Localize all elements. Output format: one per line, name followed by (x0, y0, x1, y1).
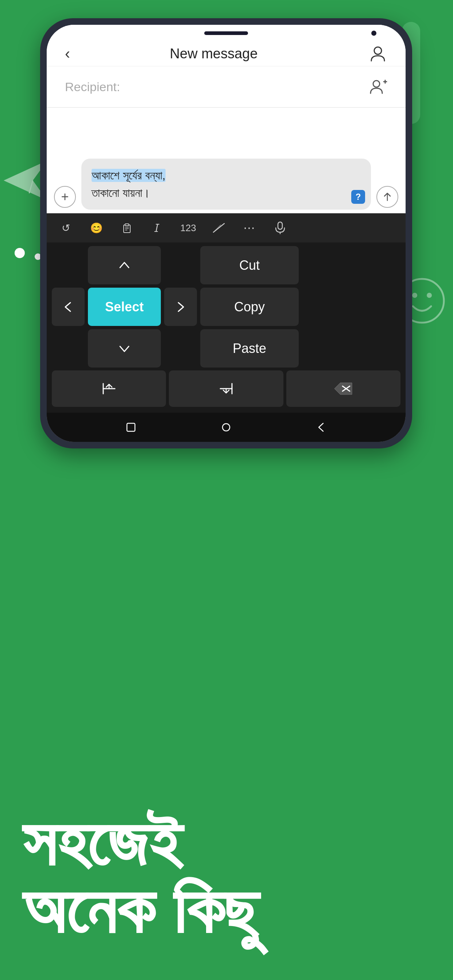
svg-point-5 (374, 47, 381, 54)
paste-key[interactable]: Paste (200, 329, 299, 368)
home-key[interactable] (52, 371, 166, 407)
home-button[interactable] (217, 418, 235, 436)
backspace-key[interactable] (286, 371, 400, 407)
toolbar-emoji-icon[interactable]: 😊 (88, 220, 104, 236)
keyboard: ↺ 😊 (47, 213, 405, 442)
toolbar-more-icon[interactable]: ⋯ (241, 220, 257, 236)
contact-picker-icon[interactable] (368, 77, 388, 96)
recipient-field[interactable]: Recipient: (47, 66, 405, 108)
svg-point-27 (222, 424, 230, 431)
bengali-text-line2: অনেক কিছু (22, 876, 431, 943)
status-bar (47, 25, 405, 41)
toolbar-clipboard-icon[interactable] (119, 220, 135, 236)
svg-point-3 (412, 293, 417, 298)
end-key[interactable] (169, 371, 283, 407)
svg-point-7 (373, 81, 380, 87)
page-title: New message (81, 46, 346, 62)
toolbar-123-icon[interactable]: 123 (180, 220, 196, 236)
question-badge: ? (351, 190, 365, 204)
status-bar-dot (371, 30, 376, 36)
recent-apps-button[interactable] (122, 418, 140, 436)
bottom-text-section: সহজেই অনেক কিছু (22, 809, 431, 943)
toolbar-undo-icon[interactable]: ↺ (57, 220, 74, 236)
add-contact-icon[interactable] (368, 44, 388, 63)
attach-button[interactable]: + (54, 186, 76, 208)
svg-rect-18 (278, 222, 282, 229)
status-bar-pill (204, 31, 248, 35)
arrow-down-key[interactable] (88, 329, 161, 368)
bottom-keyboard-row (47, 368, 405, 413)
copy-key[interactable]: Copy (200, 288, 299, 326)
toolbar-italic-icon[interactable] (150, 220, 166, 236)
toolbar-mic-icon[interactable] (272, 220, 288, 236)
svg-line-15 (156, 224, 158, 232)
svg-rect-26 (127, 423, 135, 431)
phone-screen: ‹ New message Recipient: (47, 25, 405, 442)
arrow-up-key[interactable] (88, 246, 161, 285)
selected-text: আকাশে সূর্যের বন্যা, (91, 169, 166, 182)
app-header: ‹ New message (47, 41, 405, 67)
back-nav-button[interactable] (312, 418, 330, 436)
keyboard-toolbar: ↺ 😊 (47, 213, 405, 242)
message-bubble[interactable]: আকাশে সূর্যের বন্যা, তাকানো যায়না। ? (81, 159, 371, 210)
compose-empty-area (47, 108, 405, 151)
back-button[interactable]: ‹ (65, 45, 70, 62)
send-button[interactable] (376, 186, 398, 208)
svg-point-4 (427, 293, 432, 298)
select-key[interactable]: Select (88, 288, 161, 326)
circle-decoration-1 (14, 248, 25, 258)
arrow-left-key[interactable] (52, 288, 85, 326)
recipient-placeholder: Recipient: (65, 80, 368, 94)
svg-rect-11 (125, 224, 129, 226)
message-text-line2: তাকানো যায়না। (91, 186, 150, 199)
phone-frame: ‹ New message Recipient: (40, 18, 412, 449)
system-nav-bar (47, 413, 405, 442)
bengali-text-line1: সহজেই (22, 809, 431, 876)
cut-key[interactable]: Cut (200, 246, 299, 285)
arrow-right-key[interactable] (164, 288, 197, 326)
message-input-area[interactable]: + আকাশে সূর্যের বন্যা, তাকানো যায়না। ? (47, 151, 405, 213)
toolbar-no-suggest-icon[interactable] (211, 220, 227, 236)
